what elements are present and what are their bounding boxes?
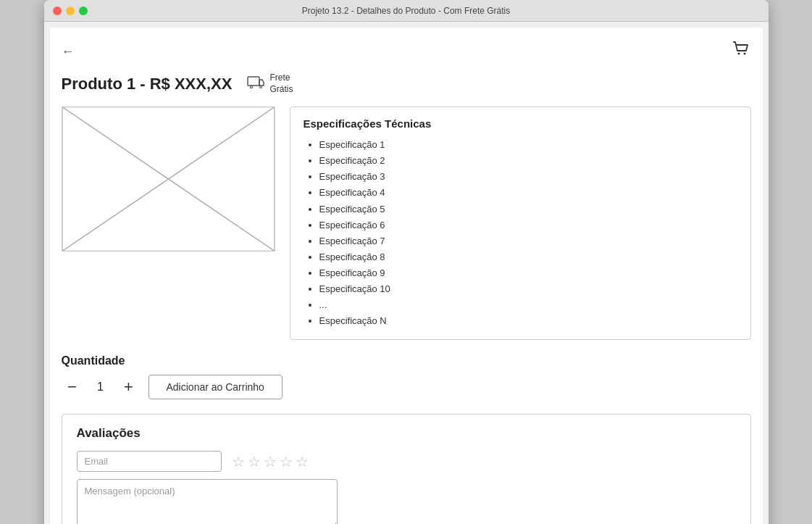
svg-point-1 — [743, 53, 745, 55]
email-input[interactable] — [77, 451, 222, 472]
quantity-section: Quantidade − 1 + Adicionar ao Carrinho — [62, 354, 751, 399]
app-window: Projeto 13.2 - Detalhes do Produto - Com… — [44, 0, 769, 524]
specs-list: Especificação 1Especificação 2Especifica… — [304, 137, 737, 329]
spec-item: Especificação 9 — [319, 265, 737, 281]
spec-item: Especificação 8 — [319, 249, 737, 265]
message-input[interactable] — [77, 479, 338, 524]
star-4[interactable]: ☆ — [280, 453, 293, 470]
spec-item: Especificação 2 — [319, 153, 737, 169]
back-button[interactable]: ← — [62, 44, 75, 59]
shipping-label-line1: Frete — [269, 72, 293, 84]
quantity-row: − 1 + Adicionar ao Carrinho — [62, 375, 751, 399]
stars-row: ☆ ☆ ☆ ☆ ☆ — [232, 453, 309, 470]
cart-button[interactable] — [731, 39, 751, 64]
window-title: Projeto 13.2 - Detalhes do Produto - Com… — [302, 6, 510, 16]
page-content: ← Produto 1 - R$ XXX,XX — [50, 28, 763, 524]
spec-item: Especificação 5 — [319, 201, 737, 217]
star-2[interactable]: ☆ — [248, 453, 261, 470]
spec-item: Especificação 1 — [319, 137, 737, 153]
spec-item: Especificação N — [319, 313, 737, 329]
window-controls — [53, 7, 88, 15]
spec-item: Especificação 10 — [319, 281, 737, 297]
close-button[interactable] — [53, 7, 62, 15]
shipping-label-line2: Grátis — [269, 84, 293, 96]
svg-rect-2 — [248, 77, 259, 86]
spec-item: Especificação 4 — [319, 185, 737, 201]
decrease-button[interactable]: − — [62, 376, 83, 398]
quantity-label: Quantidade — [62, 354, 751, 367]
specs-panel: Especificações Técnicas Especificação 1E… — [290, 107, 751, 340]
product-image — [62, 107, 275, 251]
reviews-title: Avaliações — [77, 426, 736, 441]
minimize-button[interactable] — [66, 7, 75, 15]
reviews-section: Avaliações ☆ ☆ ☆ ☆ ☆ Avaliar — [62, 414, 751, 524]
product-title: Produto 1 - R$ XXX,XX — [62, 75, 233, 93]
spec-item: Especificação 3 — [319, 169, 737, 185]
quantity-value: 1 — [92, 380, 109, 394]
svg-point-0 — [737, 53, 740, 55]
spec-item: Especificação 7 — [319, 233, 737, 249]
star-5[interactable]: ☆ — [296, 453, 309, 470]
top-bar: ← — [62, 39, 751, 64]
add-to-cart-button[interactable]: Adicionar ao Carrinho — [148, 375, 282, 399]
increase-button[interactable]: + — [118, 376, 140, 398]
star-3[interactable]: ☆ — [264, 453, 277, 470]
spec-item: Especificação 6 — [319, 217, 737, 233]
star-1[interactable]: ☆ — [232, 453, 245, 470]
spec-item: ... — [319, 297, 737, 313]
review-form: ☆ ☆ ☆ ☆ ☆ Avaliar — [77, 451, 736, 524]
review-top-row: ☆ ☆ ☆ ☆ ☆ — [77, 451, 736, 472]
shipping-info: Frete Grátis — [246, 72, 293, 95]
titlebar: Projeto 13.2 - Detalhes do Produto - Com… — [44, 0, 769, 22]
product-main: Especificações Técnicas Especificação 1E… — [62, 107, 751, 340]
specs-title: Especificações Técnicas — [304, 117, 737, 130]
svg-point-4 — [260, 86, 262, 88]
shipping-icon — [246, 72, 265, 95]
maximize-button[interactable] — [79, 7, 88, 15]
placeholder-image — [62, 107, 275, 251]
shipping-text: Frete Grátis — [269, 72, 293, 95]
svg-point-3 — [251, 86, 253, 88]
cart-icon — [731, 39, 751, 59]
product-header: Produto 1 - R$ XXX,XX Frete Grátis — [62, 72, 751, 95]
